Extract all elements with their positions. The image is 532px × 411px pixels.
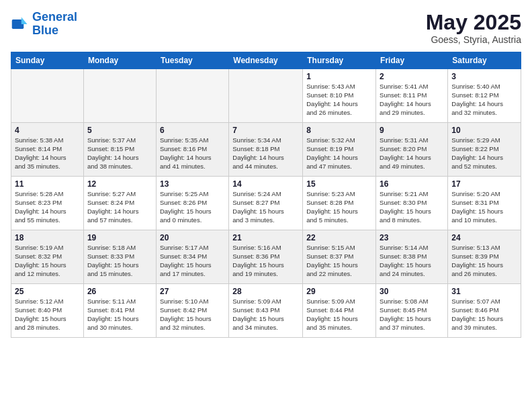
week-row-3: 11Sunrise: 5:28 AM Sunset: 8:23 PM Dayli… [11, 177, 521, 230]
day-number: 7 [232, 126, 299, 135]
calendar-cell: 4Sunrise: 5:38 AM Sunset: 8:14 PM Daylig… [11, 123, 84, 177]
day-info: Sunrise: 5:07 AM Sunset: 8:46 PM Dayligh… [451, 298, 517, 332]
title-block: May 2025 Goess, Styria, Austria [426, 11, 521, 45]
calendar-cell: 1Sunrise: 5:43 AM Sunset: 8:10 PM Daylig… [303, 69, 376, 123]
day-info: Sunrise: 5:28 AM Sunset: 8:23 PM Dayligh… [15, 190, 80, 224]
calendar-cell: 10Sunrise: 5:29 AM Sunset: 8:22 PM Dayli… [448, 123, 521, 177]
day-number: 28 [232, 287, 299, 296]
calendar-cell: 12Sunrise: 5:27 AM Sunset: 8:24 PM Dayli… [83, 177, 156, 230]
calendar-cell: 7Sunrise: 5:34 AM Sunset: 8:18 PM Daylig… [229, 123, 303, 177]
calendar-cell: 2Sunrise: 5:41 AM Sunset: 8:11 PM Daylig… [376, 69, 448, 123]
day-info: Sunrise: 5:16 AM Sunset: 8:36 PM Dayligh… [232, 244, 299, 278]
day-number: 18 [15, 233, 80, 242]
day-info: Sunrise: 5:32 AM Sunset: 8:19 PM Dayligh… [306, 136, 372, 171]
day-number: 8 [306, 126, 372, 135]
day-info: Sunrise: 5:27 AM Sunset: 8:24 PM Dayligh… [87, 190, 152, 224]
day-number: 10 [451, 126, 517, 135]
calendar-table: SundayMondayTuesdayWednesdayThursdayFrid… [11, 52, 521, 338]
calendar-cell: 29Sunrise: 5:09 AM Sunset: 8:44 PM Dayli… [303, 284, 376, 338]
day-number: 26 [87, 287, 152, 296]
day-info: Sunrise: 5:09 AM Sunset: 8:43 PM Dayligh… [232, 298, 299, 332]
day-info: Sunrise: 5:38 AM Sunset: 8:14 PM Dayligh… [15, 136, 80, 171]
day-info: Sunrise: 5:24 AM Sunset: 8:27 PM Dayligh… [232, 190, 299, 224]
calendar-cell: 21Sunrise: 5:16 AM Sunset: 8:36 PM Dayli… [229, 230, 303, 284]
day-number: 27 [160, 287, 225, 296]
col-header-friday: Friday [376, 52, 448, 69]
day-number: 3 [451, 72, 517, 81]
day-info: Sunrise: 5:11 AM Sunset: 8:41 PM Dayligh… [87, 298, 152, 332]
day-info: Sunrise: 5:23 AM Sunset: 8:28 PM Dayligh… [306, 190, 372, 224]
day-info: Sunrise: 5:14 AM Sunset: 8:38 PM Dayligh… [380, 244, 444, 278]
day-info: Sunrise: 5:17 AM Sunset: 8:34 PM Dayligh… [160, 244, 225, 278]
calendar-cell: 19Sunrise: 5:18 AM Sunset: 8:33 PM Dayli… [83, 230, 156, 284]
week-row-2: 4Sunrise: 5:38 AM Sunset: 8:14 PM Daylig… [11, 123, 521, 177]
calendar-cell [156, 69, 228, 123]
day-number: 2 [380, 72, 444, 81]
calendar-cell: 6Sunrise: 5:35 AM Sunset: 8:16 PM Daylig… [156, 123, 228, 177]
day-info: Sunrise: 5:10 AM Sunset: 8:42 PM Dayligh… [160, 298, 225, 332]
week-row-5: 25Sunrise: 5:12 AM Sunset: 8:40 PM Dayli… [11, 284, 521, 338]
day-number: 25 [15, 287, 80, 296]
calendar-cell [83, 69, 156, 123]
day-info: Sunrise: 5:15 AM Sunset: 8:37 PM Dayligh… [306, 244, 372, 278]
day-info: Sunrise: 5:12 AM Sunset: 8:40 PM Dayligh… [15, 298, 80, 332]
day-number: 19 [87, 233, 152, 242]
day-number: 23 [380, 233, 444, 242]
calendar-cell: 24Sunrise: 5:13 AM Sunset: 8:39 PM Dayli… [448, 230, 521, 284]
day-number: 9 [380, 126, 444, 135]
day-number: 22 [306, 233, 372, 242]
page: General Blue May 2025 Goess, Styria, Aus… [0, 0, 532, 411]
calendar-cell: 27Sunrise: 5:10 AM Sunset: 8:42 PM Dayli… [156, 284, 228, 338]
day-info: Sunrise: 5:37 AM Sunset: 8:15 PM Dayligh… [87, 136, 152, 171]
calendar-cell: 16Sunrise: 5:21 AM Sunset: 8:30 PM Dayli… [376, 177, 448, 230]
day-number: 31 [451, 287, 517, 296]
logo-icon [11, 15, 30, 34]
calendar-cell: 14Sunrise: 5:24 AM Sunset: 8:27 PM Dayli… [229, 177, 303, 230]
col-header-monday: Monday [83, 52, 156, 69]
day-number: 16 [380, 179, 444, 189]
calendar-cell: 22Sunrise: 5:15 AM Sunset: 8:37 PM Dayli… [303, 230, 376, 284]
col-header-tuesday: Tuesday [156, 52, 228, 69]
col-header-wednesday: Wednesday [229, 52, 303, 69]
day-info: Sunrise: 5:21 AM Sunset: 8:30 PM Dayligh… [380, 190, 444, 224]
calendar-cell: 3Sunrise: 5:40 AM Sunset: 8:12 PM Daylig… [448, 69, 521, 123]
col-header-saturday: Saturday [448, 52, 521, 69]
day-number: 12 [87, 179, 152, 189]
calendar-cell [229, 69, 303, 123]
calendar-cell: 15Sunrise: 5:23 AM Sunset: 8:28 PM Dayli… [303, 177, 376, 230]
calendar-cell: 5Sunrise: 5:37 AM Sunset: 8:15 PM Daylig… [83, 123, 156, 177]
day-info: Sunrise: 5:19 AM Sunset: 8:32 PM Dayligh… [15, 244, 80, 278]
day-info: Sunrise: 5:09 AM Sunset: 8:44 PM Dayligh… [306, 298, 372, 332]
day-info: Sunrise: 5:41 AM Sunset: 8:11 PM Dayligh… [380, 83, 444, 117]
day-number: 24 [451, 233, 517, 242]
main-title: May 2025 [426, 11, 521, 34]
logo-text: General Blue [32, 11, 77, 38]
calendar-cell: 20Sunrise: 5:17 AM Sunset: 8:34 PM Dayli… [156, 230, 228, 284]
calendar-cell: 26Sunrise: 5:11 AM Sunset: 8:41 PM Dayli… [83, 284, 156, 338]
day-info: Sunrise: 5:08 AM Sunset: 8:45 PM Dayligh… [380, 298, 444, 332]
day-number: 30 [380, 287, 444, 296]
calendar-cell: 9Sunrise: 5:31 AM Sunset: 8:20 PM Daylig… [376, 123, 448, 177]
day-number: 29 [306, 287, 372, 296]
day-number: 11 [15, 179, 80, 189]
day-info: Sunrise: 5:20 AM Sunset: 8:31 PM Dayligh… [451, 190, 517, 224]
col-header-sunday: Sunday [11, 52, 84, 69]
subtitle: Goess, Styria, Austria [426, 34, 521, 45]
day-number: 21 [232, 233, 299, 242]
calendar-cell: 8Sunrise: 5:32 AM Sunset: 8:19 PM Daylig… [303, 123, 376, 177]
calendar-cell [11, 69, 84, 123]
calendar-cell: 17Sunrise: 5:20 AM Sunset: 8:31 PM Dayli… [448, 177, 521, 230]
svg-marker-1 [21, 17, 28, 24]
day-info: Sunrise: 5:40 AM Sunset: 8:12 PM Dayligh… [451, 83, 517, 117]
calendar-cell: 11Sunrise: 5:28 AM Sunset: 8:23 PM Dayli… [11, 177, 84, 230]
calendar-header-row: SundayMondayTuesdayWednesdayThursdayFrid… [11, 52, 521, 69]
day-info: Sunrise: 5:43 AM Sunset: 8:10 PM Dayligh… [306, 83, 372, 117]
calendar-cell: 25Sunrise: 5:12 AM Sunset: 8:40 PM Dayli… [11, 284, 84, 338]
week-row-4: 18Sunrise: 5:19 AM Sunset: 8:32 PM Dayli… [11, 230, 521, 284]
logo: General Blue [11, 11, 77, 38]
week-row-1: 1Sunrise: 5:43 AM Sunset: 8:10 PM Daylig… [11, 69, 521, 123]
calendar-cell: 13Sunrise: 5:25 AM Sunset: 8:26 PM Dayli… [156, 177, 228, 230]
day-number: 14 [232, 179, 299, 189]
col-header-thursday: Thursday [303, 52, 376, 69]
day-info: Sunrise: 5:35 AM Sunset: 8:16 PM Dayligh… [160, 136, 225, 171]
